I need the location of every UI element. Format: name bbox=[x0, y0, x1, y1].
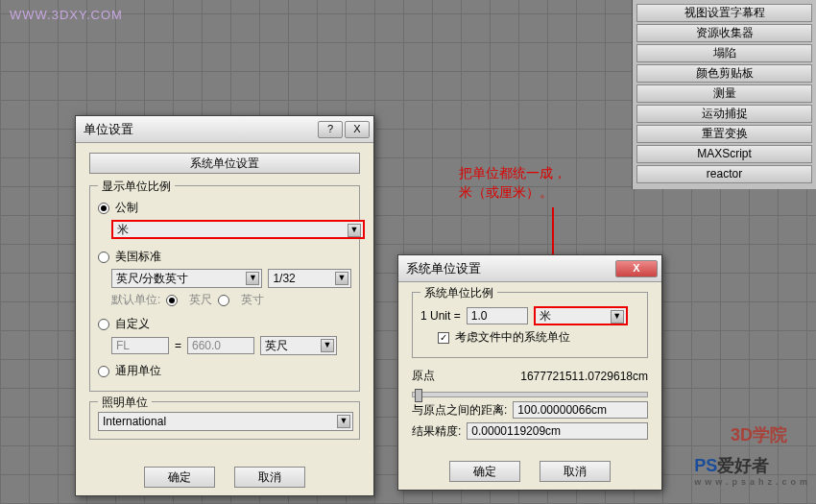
generic-label: 通用单位 bbox=[115, 363, 161, 379]
radio-custom[interactable] bbox=[98, 319, 109, 330]
annotation-text: 把单位都统一成， 米（或厘米）。 bbox=[459, 163, 566, 202]
chevron-down-icon: ▼ bbox=[321, 339, 334, 352]
precision-label: 结果精度: bbox=[412, 423, 461, 440]
metric-value: 米 bbox=[117, 222, 129, 238]
lighting-legend: 照明单位 bbox=[98, 395, 152, 411]
help-button[interactable]: ? bbox=[318, 121, 343, 138]
lighting-group: 照明单位 International ▼ bbox=[89, 401, 360, 440]
side-btn-4[interactable]: 测量 bbox=[636, 84, 812, 103]
side-btn-1[interactable]: 资源收集器 bbox=[636, 24, 812, 42]
titlebar-2[interactable]: 系统单位设置 X bbox=[398, 255, 661, 282]
side-btn-5[interactable]: 运动捕捉 bbox=[636, 105, 812, 123]
distance-label: 与原点之间的距离: bbox=[412, 402, 507, 419]
chevron-down-icon: ▼ bbox=[246, 272, 259, 285]
radio-metric[interactable] bbox=[98, 203, 109, 214]
system-units-dialog: 系统单位设置 X 系统单位比例 1 Unit = 1.0 米 ▼ 考虑文件中的系… bbox=[397, 254, 662, 491]
side-btn-3[interactable]: 颜色剪贴板 bbox=[636, 64, 812, 83]
precision-input[interactable]: 0.0000119209cm bbox=[467, 422, 648, 440]
us-select-2[interactable]: 1/32 ▼ bbox=[268, 269, 351, 288]
sys-group-legend: 系统单位比例 bbox=[420, 285, 497, 301]
custom-select[interactable]: 英尺 ▼ bbox=[260, 336, 337, 355]
us-select-1[interactable]: 英尺/分数英寸 ▼ bbox=[111, 269, 262, 288]
consider-checkbox[interactable] bbox=[438, 332, 449, 344]
side-btn-0[interactable]: 视图设置字幕程 bbox=[636, 4, 812, 22]
titlebar[interactable]: 单位设置 ? X bbox=[76, 116, 373, 143]
logo-ps: PS爱好者 www.psahz.com bbox=[694, 454, 811, 487]
chevron-down-icon: ▼ bbox=[335, 272, 348, 285]
unit-select[interactable]: 米 ▼ bbox=[534, 306, 628, 325]
custom-input-2[interactable]: 660.0 bbox=[187, 337, 254, 354]
custom-label: 自定义 bbox=[115, 316, 150, 332]
chevron-down-icon: ▼ bbox=[611, 310, 624, 324]
default-units-label: 默认单位: bbox=[111, 292, 160, 308]
lighting-select[interactable]: International ▼ bbox=[98, 412, 353, 431]
distance-input[interactable]: 100.00000066cm bbox=[513, 401, 648, 419]
radio-generic[interactable] bbox=[98, 366, 109, 377]
metric-select[interactable]: 米 ▼ bbox=[111, 220, 365, 239]
consider-label: 考虑文件中的系统单位 bbox=[455, 329, 570, 346]
unit-value-input[interactable]: 1.0 bbox=[467, 307, 528, 324]
display-scale-group: 显示单位比例 公制 米 ▼ 美国标准 英尺/分数英寸 ▼ 1/32 bbox=[89, 185, 360, 392]
us-label: 美国标准 bbox=[115, 249, 161, 265]
side-btn-7[interactable]: MAXScript bbox=[636, 145, 812, 163]
origin-label: 原点 bbox=[412, 368, 469, 384]
side-btn-6[interactable]: 重置变换 bbox=[636, 125, 812, 143]
chevron-down-icon: ▼ bbox=[337, 415, 350, 428]
unit-label: 1 Unit = bbox=[420, 309, 461, 323]
custom-input-1[interactable]: FL bbox=[111, 337, 169, 354]
group-legend: 显示单位比例 bbox=[98, 179, 175, 195]
dialog2-title: 系统单位设置 bbox=[402, 260, 613, 277]
sys-scale-group: 系统单位比例 1 Unit = 1.0 米 ▼ 考虑文件中的系统单位 bbox=[412, 292, 648, 358]
side-panel: 视图设置字幕程 资源收集器 塌陷 颜色剪贴板 测量 运动捕捉 重置变换 MAXS… bbox=[632, 0, 816, 189]
dialog-title: 单位设置 bbox=[80, 121, 316, 138]
close-button-2[interactable]: X bbox=[615, 260, 658, 277]
ok-button-2[interactable]: 确定 bbox=[449, 461, 520, 482]
watermark-url: WWW.3DXY.COM bbox=[10, 8, 123, 22]
metric-label: 公制 bbox=[115, 200, 138, 216]
chevron-down-icon: ▼ bbox=[348, 224, 361, 237]
side-btn-8[interactable]: reactor bbox=[636, 165, 812, 183]
logo-3d: 3D学院 bbox=[731, 423, 787, 446]
units-setup-dialog: 单位设置 ? X 系统单位设置 显示单位比例 公制 米 ▼ 美国标准 英尺/分数… bbox=[75, 115, 374, 496]
radio-feet[interactable] bbox=[166, 295, 178, 306]
cancel-button-2[interactable]: 取消 bbox=[540, 461, 611, 482]
system-units-button[interactable]: 系统单位设置 bbox=[89, 153, 360, 174]
close-button[interactable]: X bbox=[345, 121, 370, 138]
slider-thumb[interactable] bbox=[415, 389, 422, 402]
origin-value: 1677721511.0729618cm bbox=[475, 370, 648, 383]
cancel-button[interactable]: 取消 bbox=[234, 467, 305, 488]
ok-button[interactable]: 确定 bbox=[144, 467, 215, 488]
radio-inch[interactable] bbox=[218, 295, 229, 306]
origin-slider[interactable] bbox=[412, 392, 648, 397]
side-btn-2[interactable]: 塌陷 bbox=[636, 44, 812, 62]
radio-us[interactable] bbox=[98, 252, 109, 263]
